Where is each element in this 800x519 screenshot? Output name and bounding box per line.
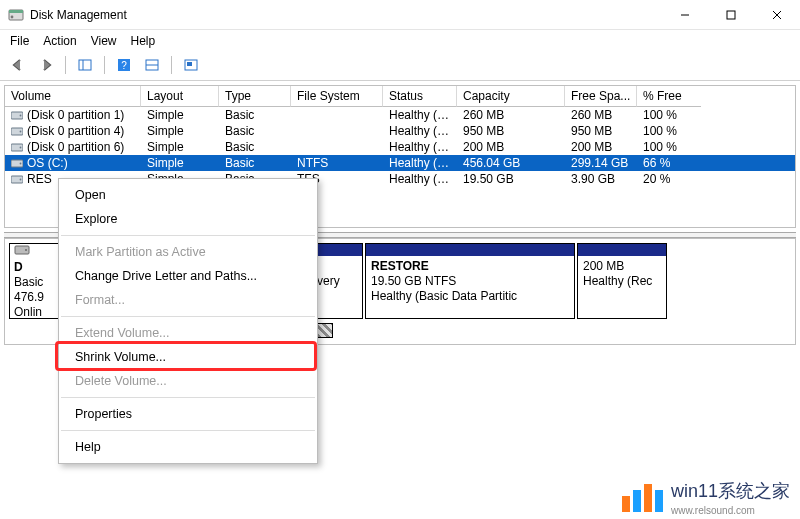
- table-row[interactable]: (Disk 0 partition 6)SimpleBasicHealthy (…: [5, 139, 795, 155]
- menu-help[interactable]: Help: [131, 34, 156, 48]
- cell-fs: [291, 139, 383, 155]
- cell-type: Basic: [219, 107, 291, 123]
- svg-rect-4: [727, 11, 735, 19]
- menu-bar: File Action View Help: [0, 30, 800, 52]
- ctx-change-letter[interactable]: Change Drive Letter and Paths...: [59, 264, 317, 288]
- col-pct[interactable]: % Free: [637, 86, 701, 107]
- toolbar-icon-1[interactable]: [73, 54, 97, 76]
- partition-name: RESTORE: [371, 259, 569, 274]
- table-row[interactable]: (Disk 0 partition 1)SimpleBasicHealthy (…: [5, 107, 795, 123]
- cell-layout: Simple: [141, 139, 219, 155]
- help-icon[interactable]: ?: [112, 54, 136, 76]
- menu-view[interactable]: View: [91, 34, 117, 48]
- svg-point-16: [20, 115, 22, 117]
- partition[interactable]: 200 MBHealthy (Rec: [577, 243, 667, 319]
- ctx-open[interactable]: Open: [59, 183, 317, 207]
- svg-point-24: [20, 179, 22, 181]
- svg-point-20: [20, 147, 22, 149]
- window-title: Disk Management: [30, 8, 127, 22]
- cell-volume: (Disk 0 partition 1): [5, 107, 141, 123]
- cell-volume: (Disk 0 partition 4): [5, 123, 141, 139]
- ctx-shrink[interactable]: Shrink Volume...: [59, 345, 317, 369]
- svg-point-18: [20, 131, 22, 133]
- col-layout[interactable]: Layout: [141, 86, 219, 107]
- partition-bar: [366, 244, 574, 256]
- cell-fs: [291, 107, 383, 123]
- cell-layout: Simple: [141, 107, 219, 123]
- col-free[interactable]: Free Spa...: [565, 86, 637, 107]
- cell-layout: Simple: [141, 155, 219, 171]
- table-row[interactable]: (Disk 0 partition 4)SimpleBasicHealthy (…: [5, 123, 795, 139]
- toolbar: ?: [0, 52, 800, 81]
- ctx-properties[interactable]: Properties: [59, 402, 317, 426]
- cell-pct: 66 %: [637, 155, 701, 171]
- close-button[interactable]: [754, 0, 800, 30]
- ctx-explore[interactable]: Explore: [59, 207, 317, 231]
- col-fs[interactable]: File System: [291, 86, 383, 107]
- cell-volume: OS (C:): [5, 155, 141, 171]
- toolbar-icon-3[interactable]: [179, 54, 203, 76]
- cell-fs: [291, 123, 383, 139]
- cell-free: 299.14 GB: [565, 155, 637, 171]
- toolbar-separator: [171, 56, 172, 74]
- col-capacity[interactable]: Capacity: [457, 86, 565, 107]
- svg-point-22: [20, 163, 22, 165]
- ctx-separator: [61, 397, 315, 398]
- cell-status: Healthy (B...: [383, 155, 457, 171]
- cell-status: Healthy (R...: [383, 123, 457, 139]
- col-status[interactable]: Status: [383, 86, 457, 107]
- partition[interactable]: RESTORE19.50 GB NTFSHealthy (Basic Data …: [365, 243, 575, 319]
- menu-action[interactable]: Action: [43, 34, 76, 48]
- cell-free: 3.90 GB: [565, 171, 637, 187]
- watermark-text: win11系统之家 www.relsound.com: [671, 479, 790, 517]
- partition-size: 200 MB: [583, 259, 661, 274]
- watermark-logo-icon: [622, 484, 663, 512]
- context-menu: Open Explore Mark Partition as Active Ch…: [58, 178, 318, 464]
- cell-capacity: 200 MB: [457, 139, 565, 155]
- volume-header-row: Volume Layout Type File System Status Ca…: [5, 86, 795, 107]
- back-button[interactable]: [6, 54, 30, 76]
- minimize-button[interactable]: [662, 0, 708, 30]
- forward-button[interactable]: [34, 54, 58, 76]
- table-row[interactable]: OS (C:)SimpleBasicNTFSHealthy (B...456.0…: [5, 155, 795, 171]
- ctx-extend: Extend Volume...: [59, 321, 317, 345]
- ctx-format: Format...: [59, 288, 317, 312]
- partition-size: 19.50 GB NTFS: [371, 274, 569, 289]
- col-volume[interactable]: Volume: [5, 86, 141, 107]
- cell-pct: 20 %: [637, 171, 701, 187]
- toolbar-icon-2[interactable]: [140, 54, 164, 76]
- ctx-delete: Delete Volume...: [59, 369, 317, 393]
- toolbar-separator: [65, 56, 66, 74]
- cell-pct: 100 %: [637, 123, 701, 139]
- svg-point-26: [25, 249, 27, 251]
- app-icon: [8, 7, 24, 23]
- svg-rect-1: [9, 10, 23, 13]
- ctx-separator: [61, 235, 315, 236]
- cell-layout: Simple: [141, 123, 219, 139]
- cell-volume: (Disk 0 partition 6): [5, 139, 141, 155]
- cell-type: Basic: [219, 123, 291, 139]
- svg-point-2: [11, 15, 14, 18]
- cell-status: Healthy (E...: [383, 107, 457, 123]
- title-bar: Disk Management: [0, 0, 800, 30]
- partition-bar: [578, 244, 666, 256]
- svg-rect-14: [187, 62, 192, 66]
- cell-status: Healthy (B...: [383, 171, 457, 187]
- menu-file[interactable]: File: [10, 34, 29, 48]
- cell-fs: NTFS: [291, 155, 383, 171]
- maximize-button[interactable]: [708, 0, 754, 30]
- svg-text:?: ?: [121, 60, 127, 71]
- watermark: win11系统之家 www.relsound.com: [622, 477, 800, 519]
- cell-capacity: 456.04 GB: [457, 155, 565, 171]
- cell-free: 200 MB: [565, 139, 637, 155]
- cell-status: Healthy (R...: [383, 139, 457, 155]
- col-type[interactable]: Type: [219, 86, 291, 107]
- toolbar-separator: [104, 56, 105, 74]
- cell-pct: 100 %: [637, 107, 701, 123]
- cell-pct: 100 %: [637, 139, 701, 155]
- ctx-help[interactable]: Help: [59, 435, 317, 459]
- partition-detail: Healthy (Rec: [583, 274, 661, 289]
- cell-capacity: 260 MB: [457, 107, 565, 123]
- svg-rect-7: [79, 60, 91, 70]
- ctx-mark-active: Mark Partition as Active: [59, 240, 317, 264]
